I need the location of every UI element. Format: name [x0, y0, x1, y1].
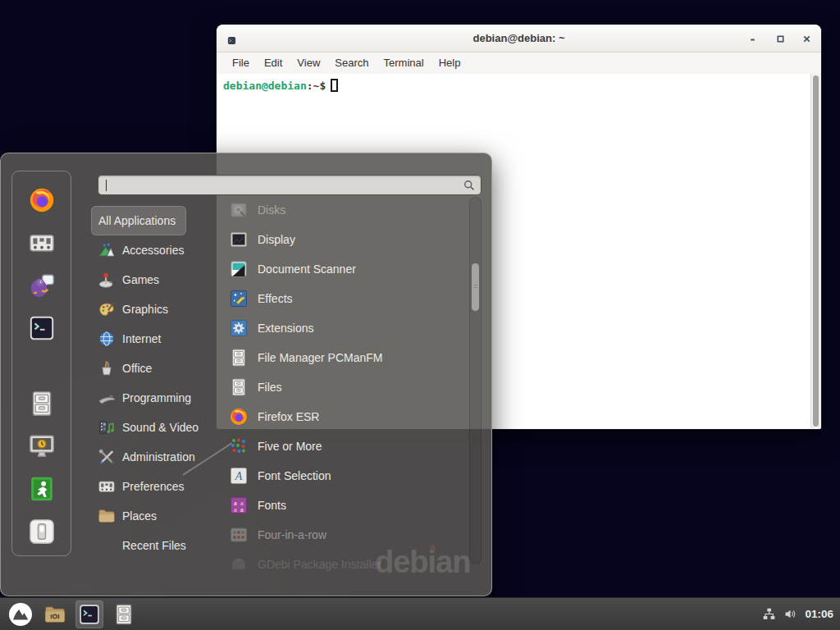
terminal-menu-item[interactable]: Search — [327, 52, 376, 74]
logout-icon — [28, 475, 56, 503]
application-item[interactable]: Display — [217, 225, 463, 254]
application-item[interactable]: Document Scanner — [217, 254, 463, 284]
terminal-icon — [78, 603, 101, 626]
menu-scrollbar[interactable] — [469, 197, 482, 564]
pidgin-icon — [28, 272, 56, 299]
application-label: Font Selection — [258, 469, 331, 482]
category-item[interactable]: Places — [91, 501, 167, 531]
favorite-button-terminal[interactable] — [28, 314, 56, 342]
volume-icon[interactable] — [783, 607, 797, 621]
taskbar-button-menu[interactable] — [7, 600, 34, 628]
terminal-titlebar[interactable]: debian@debian: ~ — [217, 25, 821, 52]
maximize-button[interactable] — [774, 32, 787, 45]
favorite-button-settings[interactable] — [28, 229, 56, 257]
category-label: Programming — [122, 391, 191, 404]
category-item[interactable]: Administration — [91, 442, 205, 472]
file-cabinet-icon — [229, 348, 249, 368]
category-item[interactable]: All Applications — [91, 206, 186, 235]
category-item[interactable]: Internet — [91, 324, 171, 354]
terminal-menu-item[interactable]: File — [225, 52, 257, 74]
disks-icon — [229, 200, 249, 220]
application-label: Four-in-a-row — [258, 528, 326, 541]
prompt-user-host: debian@debian — [223, 80, 307, 92]
minimize-button[interactable] — [746, 32, 759, 45]
favorite-button-logout[interactable] — [28, 475, 56, 503]
favorite-button-firefox[interactable] — [28, 186, 56, 214]
application-item[interactable]: Four-in-a-row — [217, 520, 463, 550]
terminal-scrollbar-thumb[interactable] — [813, 75, 819, 427]
graphics-icon — [98, 300, 116, 318]
category-item[interactable]: Office — [91, 354, 162, 383]
category-label: Accessories — [122, 244, 184, 257]
accessories-icon — [98, 241, 116, 259]
favorite-button-lock-screen[interactable] — [28, 432, 56, 460]
application-item[interactable]: Effects — [217, 284, 463, 313]
lock-screen-icon — [28, 432, 56, 460]
terminal-menu-item[interactable]: Help — [431, 52, 468, 74]
category-list: All Applications Accessories Games Graph… — [91, 206, 216, 560]
terminal-icon — [28, 314, 56, 342]
application-item[interactable]: aaaa Fonts — [217, 491, 463, 520]
svg-text:A: A — [235, 470, 243, 482]
svg-text:a: a — [240, 505, 244, 514]
taskbar-button-files[interactable] — [110, 600, 138, 628]
favorites-column — [11, 171, 71, 556]
taskbar-launchers — [0, 598, 138, 630]
category-label: Administration — [122, 450, 195, 463]
folder-icon — [43, 603, 66, 626]
application-list: Disks Display Document Scanner Effects — [217, 195, 463, 579]
terminal-cursor — [331, 79, 338, 92]
close-button[interactable] — [800, 32, 813, 45]
font-selection-icon: A — [229, 466, 249, 486]
category-label: Graphics — [122, 303, 168, 316]
favorite-button-pidgin[interactable] — [28, 272, 56, 299]
favorite-button-file-manager[interactable] — [28, 390, 56, 418]
application-item[interactable]: Files — [217, 372, 463, 402]
four-in-a-row-icon — [229, 525, 249, 545]
application-item[interactable]: Extensions — [217, 313, 463, 343]
terminal-menu-item[interactable]: Edit — [257, 52, 290, 74]
application-item[interactable]: Five or More — [217, 431, 463, 461]
text-caret — [106, 180, 107, 191]
places-folder-icon — [98, 507, 116, 525]
file-cabinet-icon — [112, 603, 135, 626]
extensions-icon — [229, 318, 249, 338]
search-box — [98, 175, 482, 195]
taskbar-button-terminal[interactable] — [75, 600, 103, 628]
terminal-scrollbar[interactable] — [810, 74, 821, 428]
menu-scrollbar-thumb[interactable] — [472, 263, 479, 311]
application-menu: All Applications Accessories Games Graph… — [0, 153, 492, 596]
menu-logo-icon — [7, 601, 34, 628]
firefox-icon — [28, 186, 56, 214]
category-item[interactable]: Preferences — [91, 472, 194, 501]
application-item[interactable]: Firefox ESR — [217, 402, 463, 431]
svg-text:a: a — [234, 505, 237, 514]
terminal-menu-item[interactable]: View — [290, 52, 327, 74]
category-item[interactable]: Recent Files — [91, 531, 196, 560]
application-item[interactable]: Disks — [217, 195, 463, 225]
application-item[interactable]: File Manager PCManFM — [217, 343, 463, 372]
category-item[interactable]: Programming — [91, 383, 201, 413]
application-label: Firefox ESR — [258, 410, 319, 423]
category-item[interactable]: Games — [91, 265, 169, 294]
administration-icon — [98, 448, 116, 466]
category-item[interactable]: Sound & Video — [91, 413, 208, 442]
application-item[interactable]: A Font Selection — [217, 461, 463, 491]
category-label: Recent Files — [122, 539, 186, 552]
category-item[interactable]: Accessories — [91, 235, 194, 265]
category-item[interactable]: Graphics — [91, 294, 178, 324]
settings-panel-icon — [28, 229, 56, 257]
taskbar-button-file-manager[interactable] — [41, 600, 69, 628]
internet-icon — [98, 330, 116, 348]
network-icon[interactable] — [762, 607, 776, 621]
clock[interactable]: 01:06 — [805, 608, 833, 620]
application-item[interactable]: GDebi Package Installer — [217, 550, 463, 579]
search-input[interactable] — [105, 176, 458, 194]
taskbar: 01:06 — [0, 597, 840, 630]
favorite-button-shutdown[interactable] — [28, 518, 56, 546]
category-label: Places — [122, 509, 157, 523]
terminal-menu-item[interactable]: Terminal — [377, 52, 431, 74]
search-icon — [463, 179, 476, 192]
category-label: Office — [122, 362, 152, 375]
file-cabinet-icon — [28, 390, 56, 418]
